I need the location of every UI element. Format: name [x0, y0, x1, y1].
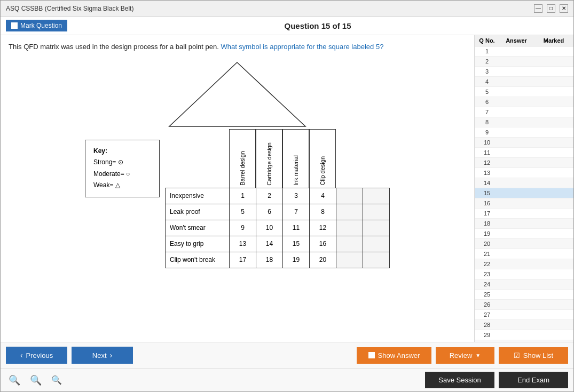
bottom-bar: ‹ Previous Next › Show Answer Review ▼ ☑…: [1, 342, 573, 368]
sidebar-list-item[interactable]: 20: [475, 239, 573, 249]
sidebar-row-answer: [498, 334, 535, 335]
sidebar-list-item[interactable]: 28: [475, 320, 573, 330]
cell-6: 6: [256, 204, 283, 220]
sidebar-row-marked: [535, 213, 572, 214]
sidebar-list-item[interactable]: 17: [475, 209, 573, 219]
review-button[interactable]: Review ▼: [436, 347, 494, 364]
review-dropdown-icon: ▼: [475, 353, 481, 358]
sidebar-row-num: 22: [476, 260, 498, 268]
sidebar-row-marked: [535, 223, 572, 224]
zoom-bar: 🔍 🔍 🔍 Save Session End Exam: [1, 368, 573, 391]
row-label-spacer: [165, 129, 229, 188]
show-list-button[interactable]: ☑ Show List: [499, 347, 568, 364]
maximize-button[interactable]: □: [547, 4, 555, 13]
cell-12: 12: [310, 220, 336, 236]
sidebar-row-marked: [535, 61, 572, 62]
sidebar-list-item[interactable]: 10: [475, 138, 573, 148]
sidebar-row-num: 26: [476, 301, 498, 308]
sidebar-row-marked: [535, 193, 572, 194]
prev-chevron-icon: ‹: [20, 351, 23, 359]
next-button[interactable]: Next ›: [72, 347, 133, 364]
sidebar-row-num: 12: [476, 159, 498, 166]
minimize-button[interactable]: —: [534, 4, 542, 13]
sidebar-list-item[interactable]: 16: [475, 198, 573, 209]
sidebar-list-item[interactable]: 13: [475, 168, 573, 178]
sidebar-row-answer: [498, 132, 535, 133]
sidebar-row-answer: [498, 71, 535, 72]
table-row: Won't smear 9 10 11 12: [166, 220, 390, 236]
sidebar-list-item[interactable]: 3: [475, 67, 573, 77]
sidebar-row-answer: [498, 122, 535, 123]
qfd-container: Key: Strong= ⊙ Moderate= ○ Weak= △ Barre…: [9, 60, 466, 268]
sidebar-list-item[interactable]: 24: [475, 279, 573, 290]
sidebar-list-item[interactable]: 5: [475, 87, 573, 97]
sidebar-row-marked: [535, 152, 572, 153]
sidebar-list-item[interactable]: 27: [475, 310, 573, 320]
sidebar-list-item[interactable]: 7: [475, 107, 573, 117]
cell-11: 11: [283, 220, 310, 236]
toolbar: Mark Question Question 15 of 15: [1, 17, 573, 35]
sidebar-list-item[interactable]: 12: [475, 158, 573, 168]
sidebar-row-marked: [535, 203, 572, 204]
zoom-reset-button[interactable]: 🔍: [27, 373, 44, 387]
col-header-clip-text: Clip design: [319, 156, 326, 185]
sidebar-row-marked: [535, 334, 572, 335]
cell-1: 1: [230, 188, 256, 204]
sidebar-list-item[interactable]: 22: [475, 259, 573, 269]
save-session-button[interactable]: Save Session: [425, 372, 494, 388]
sidebar-list-item[interactable]: 19: [475, 229, 573, 239]
sidebar-list-item[interactable]: 14: [475, 178, 573, 188]
sidebar-list-item[interactable]: 18: [475, 219, 573, 229]
col-header-ink: Ink material: [282, 129, 309, 188]
sidebar-list-item[interactable]: 4: [475, 77, 573, 87]
sidebar-row-answer: [498, 253, 535, 254]
sidebar-row-marked: [535, 294, 572, 295]
mark-question-button[interactable]: Mark Question: [6, 20, 67, 31]
previous-button[interactable]: ‹ Previous: [6, 347, 67, 364]
sidebar-list-item[interactable]: 15: [475, 188, 573, 198]
sidebar-row-answer: [498, 101, 535, 102]
sidebar-list-item[interactable]: 8: [475, 117, 573, 127]
cell-4: 4: [310, 188, 336, 204]
sidebar-row-num: 11: [476, 149, 498, 156]
sidebar-list-item[interactable]: 26: [475, 300, 573, 310]
sidebar-list-item[interactable]: 1: [475, 46, 573, 57]
sidebar-list-item[interactable]: 6: [475, 97, 573, 107]
sidebar-list-item[interactable]: 29: [475, 330, 573, 340]
cell-3: 3: [283, 188, 310, 204]
sidebar-header-marked: Marked: [535, 37, 572, 44]
key-moderate: Moderate= ○: [93, 169, 151, 180]
sidebar-row-marked: [535, 71, 572, 72]
cell-e6: [363, 220, 390, 236]
window-title: ASQ CSSBB (Certified Six Sigma Black Bel…: [6, 5, 133, 12]
show-answer-button[interactable]: Show Answer: [357, 347, 431, 364]
cell-20: 20: [310, 252, 336, 268]
main-content: This QFD matrix was used in the design p…: [1, 35, 573, 342]
sidebar-row-answer: [498, 162, 535, 163]
sidebar-list-item[interactable]: 21: [475, 249, 573, 259]
key-strong: Strong= ⊙: [93, 157, 151, 169]
matrix-section: Barrel design Cartridge design Ink mater…: [165, 129, 390, 268]
sidebar-list-item[interactable]: 9: [475, 127, 573, 138]
sidebar-list[interactable]: 1 2 3 4 5 6 7 8 9 10 11: [475, 46, 573, 342]
sidebar-row-marked: [535, 81, 572, 82]
sidebar-row-num: 1: [476, 47, 498, 55]
close-button[interactable]: ✕: [560, 4, 568, 13]
sidebar-row-answer: [498, 324, 535, 325]
sidebar-list-item[interactable]: 25: [475, 290, 573, 300]
sidebar-list-item[interactable]: 23: [475, 269, 573, 279]
zoom-out-button[interactable]: 🔍: [49, 374, 65, 386]
sidebar-row-answer: [498, 233, 535, 234]
sidebar-list-item[interactable]: 2: [475, 57, 573, 67]
row-label-wont-smear: Won't smear: [166, 220, 230, 236]
qfd-matrix-wrapper: Key: Strong= ⊙ Moderate= ○ Weak= △ Barre…: [85, 129, 390, 268]
sidebar-list-item[interactable]: 11: [475, 148, 573, 158]
cell-e9: [336, 252, 363, 268]
cell-e4: [363, 204, 390, 220]
cell-14: 14: [256, 236, 283, 252]
sidebar-row-marked: [535, 142, 572, 143]
end-exam-button[interactable]: End Exam: [499, 372, 568, 388]
zoom-in-button[interactable]: 🔍: [6, 373, 23, 387]
matrix-table: Inexpensive 1 2 3 4 Leak proof 5: [165, 188, 390, 268]
cell-8: 8: [310, 204, 336, 220]
